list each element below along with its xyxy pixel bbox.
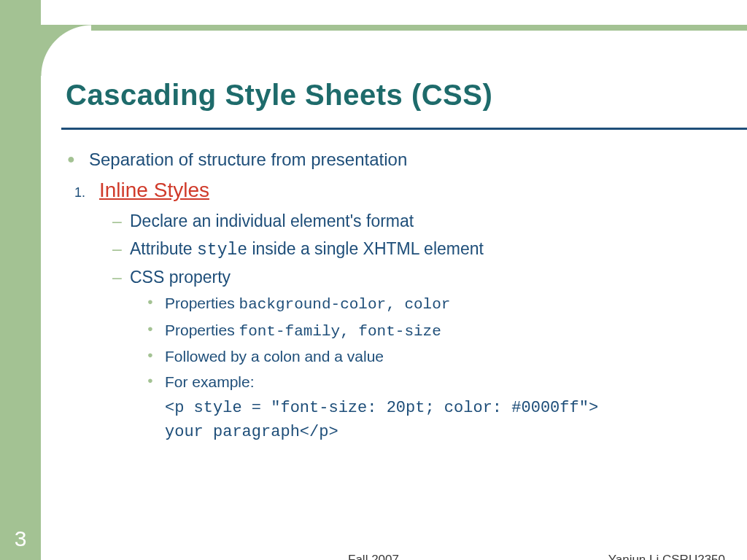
- footer-right: Yanjun Li CSRU2350: [608, 553, 725, 560]
- bullet-item: Separation of structure from presentatio…: [89, 147, 732, 173]
- slide-title: Cascading Style Sheets (CSS): [66, 79, 732, 112]
- slide-content: Cascading Style Sheets (CSS) Separation …: [61, 0, 732, 560]
- code-inline: font-family, font-size: [239, 323, 441, 340]
- text-fragment: inside a single XHTML element: [247, 239, 484, 258]
- sub-sub-bullet: Properties background-color, color: [165, 292, 732, 316]
- sub-sub-bullet: Properties font-family, font-size: [165, 319, 732, 343]
- inline-styles-link[interactable]: Inline Styles: [99, 179, 209, 201]
- code-inline: background-color, color: [239, 296, 451, 313]
- code-inline: style: [197, 241, 247, 260]
- text-fragment: Properties: [165, 295, 239, 311]
- code-line: <p style = "font-size: 20pt; color: #000…: [165, 396, 732, 420]
- numbered-item: Inline Styles Declare an individual elem…: [89, 176, 732, 444]
- code-line: your paragraph</p>: [165, 420, 732, 444]
- sub-sub-bullet: Followed by a colon and a value: [165, 346, 732, 368]
- left-sidebar-decoration: [0, 0, 41, 560]
- code-example: <p style = "font-size: 20pt; color: #000…: [130, 396, 732, 444]
- text-fragment: Attribute: [130, 239, 197, 258]
- sub-bullet: Attribute style inside a single XHTML el…: [130, 237, 732, 262]
- sub-bullet: Declare an individual element's format: [130, 209, 732, 233]
- text-fragment: Properties: [165, 322, 239, 338]
- sub-sub-bullet: For example:: [165, 371, 732, 393]
- sub-bullet: CSS property Properties background-color…: [130, 265, 732, 444]
- title-divider: [61, 128, 747, 130]
- slide-number: 3: [0, 526, 41, 551]
- text-fragment: CSS property: [130, 268, 231, 287]
- body-content: Separation of structure from presentatio…: [61, 147, 732, 444]
